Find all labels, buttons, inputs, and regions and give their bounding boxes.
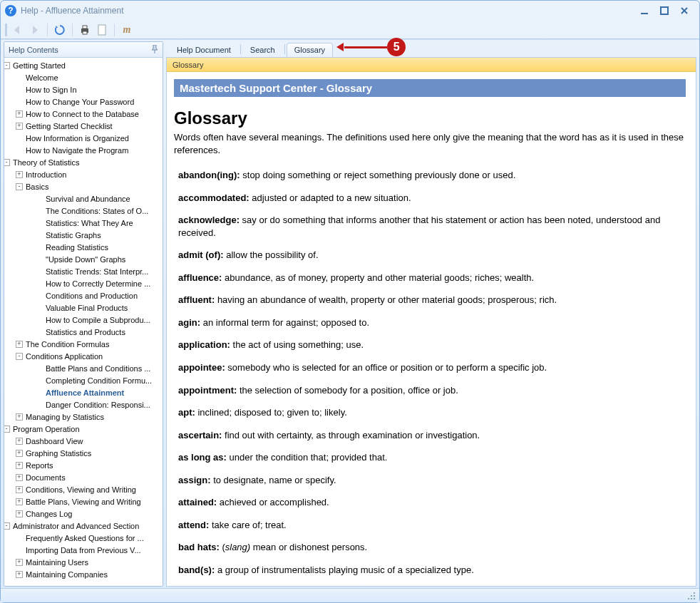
nav-back-button[interactable]: [10, 22, 26, 38]
tree-node-label: The Condition Formulas: [26, 340, 109, 349]
expand-icon[interactable]: +: [16, 341, 23, 348]
definition-term: appointment:: [178, 385, 237, 396]
tree-node[interactable]: Importing Data from Previous V...: [4, 544, 163, 556]
pin-icon[interactable]: [151, 45, 158, 55]
resize-grip-icon[interactable]: [686, 591, 696, 601]
collapse-icon[interactable]: -: [4, 426, 10, 433]
contents-tree[interactable]: -Getting StartedWelcomeHow to Sign InHow…: [4, 58, 163, 586]
definition-term: abandon(ing):: [178, 170, 240, 180]
tree-node[interactable]: How to Correctly Determine ...: [4, 277, 163, 289]
definition-entry: attend: take care of; treat.: [178, 519, 686, 532]
tree-node[interactable]: +Maintaining Users: [4, 556, 163, 568]
tab-separator: [240, 44, 241, 54]
expand-icon[interactable]: +: [16, 474, 23, 481]
tree-node[interactable]: -Program Operation: [4, 423, 163, 435]
tree-node[interactable]: -Theory of Statistics: [4, 156, 163, 168]
expand-icon[interactable]: +: [16, 498, 23, 505]
window-controls: [638, 5, 695, 16]
tree-node[interactable]: How to Sign In: [4, 83, 163, 96]
tree-node[interactable]: Valuable Final Products: [4, 302, 163, 314]
tree-node[interactable]: +Battle Plans, Viewing and Writing: [4, 495, 163, 507]
tree-node[interactable]: +Introduction: [4, 168, 163, 180]
tree-node[interactable]: -Conditions Application: [4, 350, 163, 362]
tree-node[interactable]: +The Condition Formulas: [4, 338, 163, 350]
refresh-button[interactable]: [52, 22, 68, 38]
definition-term: attained:: [178, 497, 217, 507]
expand-icon[interactable]: +: [16, 438, 23, 445]
tree-node[interactable]: How to Change Your Password: [4, 96, 163, 108]
tree-node-label: Getting Started Checklist: [26, 122, 113, 130]
expand-icon[interactable]: +: [16, 413, 23, 421]
script-m-icon[interactable]: m: [119, 22, 135, 38]
tree-node[interactable]: Statistic Trends: Stat Interpr...: [4, 265, 163, 277]
expand-icon[interactable]: +: [16, 486, 23, 493]
tree-node[interactable]: Completing Condition Formu...: [4, 374, 163, 386]
expand-icon[interactable]: +: [16, 462, 23, 469]
tree-node[interactable]: +Managing by Statistics: [4, 411, 163, 423]
collapse-icon[interactable]: -: [16, 183, 23, 190]
tree-node[interactable]: -Basics: [4, 180, 163, 192]
expand-icon[interactable]: +: [16, 110, 23, 118]
close-button[interactable]: [678, 5, 691, 16]
tree-node[interactable]: How Information is Organized: [4, 132, 163, 144]
tree-node[interactable]: Welcome: [4, 71, 163, 83]
tree-node[interactable]: How to Navigate the Program: [4, 144, 163, 156]
definition-term: apt:: [178, 407, 195, 418]
tree-node[interactable]: Survival and Abundance: [4, 192, 163, 205]
tree-node[interactable]: Statistics: What They Are: [4, 217, 163, 229]
tree-node[interactable]: +Documents: [4, 471, 163, 483]
tree-node-label: Affluence Attainment: [46, 388, 124, 397]
expand-icon[interactable]: +: [16, 559, 23, 566]
collapse-icon[interactable]: -: [4, 62, 10, 69]
print-button[interactable]: [77, 22, 93, 38]
expand-icon[interactable]: +: [16, 571, 23, 578]
titlebar[interactable]: ? Help - Affluence Attainment: [1, 1, 699, 21]
expand-icon[interactable]: +: [16, 510, 23, 517]
new-page-button[interactable]: [94, 22, 110, 38]
collapse-icon[interactable]: -: [4, 522, 10, 530]
tree-node[interactable]: +Changes Log: [4, 507, 163, 520]
tree-node[interactable]: Reading Statistics: [4, 241, 163, 253]
tab-glossary[interactable]: Glossary: [287, 43, 333, 57]
minimize-button[interactable]: [638, 5, 651, 16]
tree-node[interactable]: -Getting Started: [4, 59, 163, 71]
tree-node[interactable]: Frequently Asked Questions for ...: [4, 532, 163, 544]
collapse-icon[interactable]: -: [16, 353, 23, 360]
tree-node[interactable]: Battle Plans and Conditions ...: [4, 362, 163, 374]
tree-node[interactable]: +Graphing Statistics: [4, 447, 163, 459]
definition-entry: accommodated: adjusted or adapted to a n…: [178, 192, 686, 205]
tree-node[interactable]: -Administrator and Advanced Section: [4, 520, 163, 532]
tree-node[interactable]: +Maintaining Companies: [4, 568, 163, 580]
tab-search[interactable]: Search: [242, 43, 283, 57]
tree-node[interactable]: "Upside Down" Graphs: [4, 253, 163, 265]
tree-node[interactable]: Affluence Attainment: [4, 386, 163, 398]
expand-icon[interactable]: +: [16, 450, 23, 457]
tree-node[interactable]: +Getting Started Checklist: [4, 120, 163, 132]
collapse-icon[interactable]: -: [4, 159, 10, 166]
definition-entry: appointment: the selection of somebody f…: [178, 384, 686, 397]
tree-node[interactable]: The Conditions: States of O...: [4, 205, 163, 217]
tree-node[interactable]: +How to Connect to the Database: [4, 108, 163, 120]
document-scroll[interactable]: Mastertech Support Center - Glossary Glo…: [167, 72, 696, 586]
tree-node[interactable]: +Dashboard View: [4, 435, 163, 447]
expand-icon[interactable]: +: [16, 171, 23, 178]
tab-help-document[interactable]: Help Document: [169, 43, 239, 57]
tree-node[interactable]: +Reports: [4, 459, 163, 471]
definition-entry: affluent: having an abundance of wealth,…: [178, 294, 686, 306]
tree-node[interactable]: +Conditions, Viewing and Writing: [4, 483, 163, 495]
tree-node[interactable]: Conditions and Production: [4, 289, 163, 302]
maximize-button[interactable]: [658, 5, 671, 16]
tree-node[interactable]: Statistic Graphs: [4, 229, 163, 241]
tree-node-label: Theory of Statistics: [13, 158, 80, 167]
tree-node-label: How to Compile a Subprodu...: [46, 316, 150, 324]
expand-icon[interactable]: +: [16, 123, 23, 130]
help-window: ? Help - Affluence Attainment: [0, 0, 700, 603]
tree-node[interactable]: Danger Condition: Responsi...: [4, 398, 163, 411]
definition-text: having an abundance of wealth, property …: [215, 294, 557, 305]
tree-node[interactable]: Statistics and Products: [4, 326, 163, 338]
definition-text: somebody who is selected for an office o…: [225, 362, 547, 373]
tree-node[interactable]: How to Compile a Subprodu...: [4, 314, 163, 326]
tree-node-label: Danger Condition: Responsi...: [46, 401, 150, 409]
nav-forward-button[interactable]: [27, 22, 43, 38]
annotation-number: 5: [387, 38, 406, 56]
